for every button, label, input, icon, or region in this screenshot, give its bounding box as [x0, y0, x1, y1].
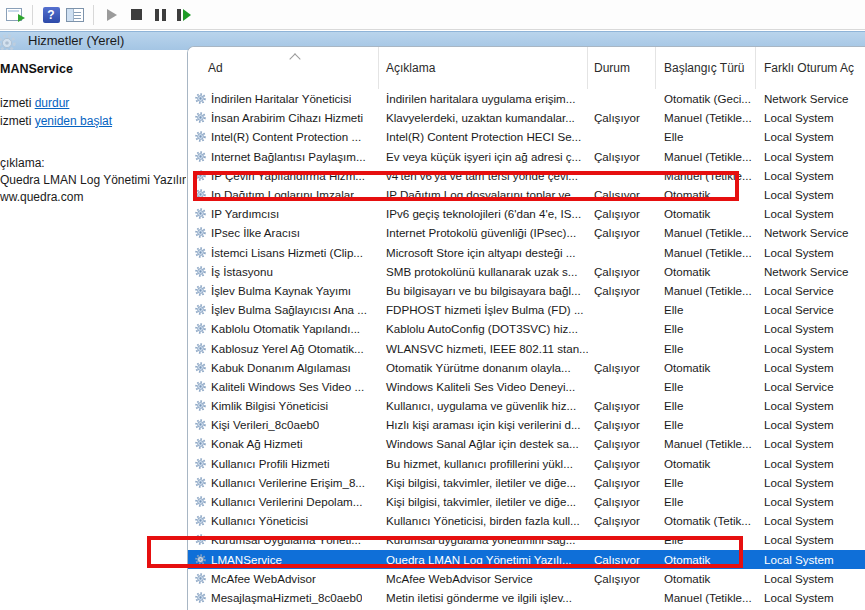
column-header-3[interactable]: Başlangıç Türü	[656, 47, 756, 89]
pause-service-button[interactable]	[148, 3, 172, 27]
help-icon: ?	[43, 7, 60, 23]
restart-service-button[interactable]	[172, 3, 196, 27]
table-row-Kurumsal Uygulama Yöneti...[interactable]: Kurumsal Uygulama Yöneti...Kurumsal uygu…	[188, 530, 865, 549]
table-row-Kimlik Bilgisi Yöneticisi[interactable]: Kimlik Bilgisi YöneticisiKullanıcı, uygu…	[188, 396, 865, 415]
service-status-cell: Çalışıyor	[588, 550, 656, 569]
table-row-IP Çeviri Yapılandırma Hizm...[interactable]: IP Çeviri Yapılandırma Hizm...v4'ten v6'…	[188, 166, 865, 185]
service-name-cell: IPsec İlke Aracısı	[188, 223, 379, 242]
table-row-Kabuk Donanım Algılaması[interactable]: Kabuk Donanım AlgılamasıOtomatik Yürütme…	[188, 358, 865, 377]
column-header-2[interactable]: Durum	[588, 47, 656, 89]
service-name-cell: Kablosuz Yerel Ağ Otomatik...	[188, 338, 379, 357]
table-row-İstemci Lisans Hizmeti (Clip...[interactable]: İstemci Lisans Hizmeti (Clip...Microsoft…	[188, 243, 865, 262]
service-name-cell: İşlev Bulma Kaynak Yayımı	[188, 281, 379, 300]
service-logon-cell: Local System	[756, 415, 865, 434]
service-description-cell: Quedra LMAN Log Yönetimi Yazılı...	[379, 550, 588, 569]
table-row-Konak Ağ Hizmeti[interactable]: Konak Ağ HizmetiWindows Sanal Ağlar için…	[188, 434, 865, 453]
stop-service-link[interactable]: durdur	[35, 96, 70, 110]
table-row-Kişi Verileri_8c0aeb0[interactable]: Kişi Verileri_8c0aeb0Hızlı kişi araması …	[188, 415, 865, 434]
restart-service-link[interactable]: yeniden başlat	[35, 114, 112, 128]
service-startup-type-cell: Otomatik	[656, 262, 756, 281]
column-header-1[interactable]: Açıklama	[379, 47, 588, 89]
stop-service-button[interactable]	[124, 3, 148, 27]
table-row-Kullanıcı Profili Hizmeti[interactable]: Kullanıcı Profili HizmetiBu hizmet, kull…	[188, 454, 865, 473]
service-startup-type-cell: Otomatik	[656, 185, 756, 204]
service-description-cell: SMB protokolünü kullanarak uzak s...	[379, 262, 588, 281]
table-row-MesajlaşmaHizmeti_8c0aeb0[interactable]: MesajlaşmaHizmeti_8c0aeb0Metin iletisi g…	[188, 588, 865, 607]
table-row-İş İstasyonu[interactable]: İş İstasyonuSMB protokolünü kullanarak u…	[188, 262, 865, 281]
table-row-Kaliteli Windows Ses Video ...[interactable]: Kaliteli Windows Ses Video ...Windows Ka…	[188, 377, 865, 396]
service-name-cell: İndirilen Haritalar Yöneticisi	[188, 89, 379, 108]
table-row-İnsan Arabirim Cihazı Hizmeti[interactable]: İnsan Arabirim Cihazı HizmetiKlavyelerde…	[188, 108, 865, 127]
service-gear-icon	[194, 399, 207, 412]
service-startup-type-cell: Manuel (Tetikle...	[656, 147, 756, 166]
service-startup-type-cell: Manuel (Tetikle...	[656, 166, 756, 185]
column-header-0[interactable]: Ad	[188, 47, 379, 89]
service-logon-cell: Local System	[756, 454, 865, 473]
service-description-cell: Windows Sanal Ağlar için destek sa...	[379, 434, 588, 453]
table-row-Internet Bağlantısı Paylaşım...[interactable]: Internet Bağlantısı Paylaşım...Ev veya k…	[188, 147, 865, 166]
show-console-tree-button[interactable]	[63, 3, 87, 27]
service-status-cell	[588, 166, 656, 185]
service-name-cell: Kişi Verileri_8c0aeb0	[188, 415, 379, 434]
table-row-Kablosuz Yerel Ağ Otomatik...[interactable]: Kablosuz Yerel Ağ Otomatik...WLANSVC hiz…	[188, 338, 865, 357]
service-logon-cell: Local System	[756, 319, 865, 338]
service-name-cell: Konak Ağ Hizmeti	[188, 434, 379, 453]
service-startup-type-cell: Manuel (Tetikle...	[656, 434, 756, 453]
service-status-cell	[588, 89, 656, 108]
service-description-cell: Kablolu AutoConfig (DOT3SVC) hiz...	[379, 319, 588, 338]
table-row-Kullanıcı Yöneticisi[interactable]: Kullanıcı YöneticisiKullanıcı Yöneticisi…	[188, 511, 865, 530]
service-gear-icon	[194, 361, 207, 374]
service-status-cell: Çalışıyor	[588, 454, 656, 473]
table-row-IP Yardımcısı[interactable]: IP YardımcısıIPv6 geçiş teknolojileri (6…	[188, 204, 865, 223]
service-description-cell: FDPHOST hizmeti İşlev Bulma (FD) ...	[379, 300, 588, 319]
service-startup-type-cell: Elle	[656, 492, 756, 511]
service-name-cell: MesajlaşmaHizmeti_8c0aeb0	[188, 588, 379, 607]
service-name-cell: İnsan Arabirim Cihazı Hizmeti	[188, 108, 379, 127]
export-list-button[interactable]	[2, 3, 26, 27]
list-header: AdAçıklamaDurumBaşlangıç TürüFarklı Otur…	[188, 47, 865, 89]
service-logon-cell: Local System	[756, 108, 865, 127]
service-startup-type-cell: Manuel (Tetikle...	[656, 588, 756, 607]
service-name-cell: LMANService	[188, 550, 379, 569]
service-status-cell	[588, 338, 656, 357]
table-row-IPsec İlke Aracısı[interactable]: IPsec İlke AracısıInternet Protokolü güv…	[188, 223, 865, 242]
service-gear-icon	[194, 265, 207, 278]
service-status-cell	[588, 243, 656, 262]
restart-service-line: izmeti yeniden başlat	[0, 114, 112, 128]
service-startup-type-cell: Elle	[656, 127, 756, 146]
table-row-LMANService[interactable]: LMANServiceQuedra LMAN Log Yönetimi Yazı…	[188, 550, 865, 569]
table-row-İndirilen Haritalar Yöneticisi[interactable]: İndirilen Haritalar Yöneticisiİndirilen …	[188, 89, 865, 108]
service-logon-cell: Local Service	[756, 300, 865, 319]
stop-icon	[131, 9, 142, 20]
service-gear-icon	[194, 284, 207, 297]
table-row-Kablolu Otomatik Yapılandı...[interactable]: Kablolu Otomatik Yapılandı...Kablolu Aut…	[188, 319, 865, 338]
console-tree-icon	[66, 8, 84, 22]
table-row-McAfee WebAdvisor[interactable]: McAfee WebAdvisorMcAfee WebAdvisor Servi…	[188, 569, 865, 588]
column-header-4[interactable]: Farklı Oturum Aç	[756, 47, 865, 89]
service-logon-cell: Local Service	[756, 281, 865, 300]
service-startup-type-cell: Otomatik	[656, 454, 756, 473]
service-description-cell: Microsoft Store için altyapı desteği ...	[379, 243, 588, 262]
service-name-cell: Internet Bağlantısı Paylaşım...	[188, 147, 379, 166]
description-label: çıklama:	[0, 156, 45, 170]
start-service-button[interactable]	[100, 3, 124, 27]
help-button[interactable]: ?	[39, 3, 63, 27]
service-logon-cell: Local System	[756, 338, 865, 357]
service-description-cell: IPv6 geçiş teknolojileri (6'dan 4'e, IS.…	[379, 204, 588, 223]
service-name-cell: Kabuk Donanım Algılaması	[188, 358, 379, 377]
service-startup-type-cell: Otomatik	[656, 204, 756, 223]
service-startup-type-cell: Otomatik	[656, 550, 756, 569]
service-gear-icon	[194, 457, 207, 470]
table-row-Kullanıcı Verilerini Depolam...[interactable]: Kullanıcı Verilerini Depolam...Kişi bilg…	[188, 492, 865, 511]
table-row-Intel(R) Content Protection ...[interactable]: Intel(R) Content Protection ...Intel(R) …	[188, 127, 865, 146]
service-logon-cell: Local System	[756, 147, 865, 166]
table-row-İşlev Bulma Kaynak Yayımı[interactable]: İşlev Bulma Kaynak YayımıBu bilgisayarı …	[188, 281, 865, 300]
table-row-Ip Dağıtım Loglarını Imzalar[interactable]: Ip Dağıtım Loglarını ImzalarIP Dağıtım L…	[188, 185, 865, 204]
service-description-cell: Kişi bilgisi, takvimler, iletiler ve diğ…	[379, 473, 588, 492]
table-row-Kullanıcı Verilerine Erişim_8...[interactable]: Kullanıcı Verilerine Erişim_8...Kişi bil…	[188, 473, 865, 492]
service-status-cell: Çalışıyor	[588, 396, 656, 415]
restart-icon	[177, 9, 191, 21]
service-status-cell: Çalışıyor	[588, 204, 656, 223]
table-row-İşlev Bulma Sağlayıcısı Ana ...[interactable]: İşlev Bulma Sağlayıcısı Ana ...FDPHOST h…	[188, 300, 865, 319]
service-name-cell: Ip Dağıtım Loglarını Imzalar	[188, 185, 379, 204]
